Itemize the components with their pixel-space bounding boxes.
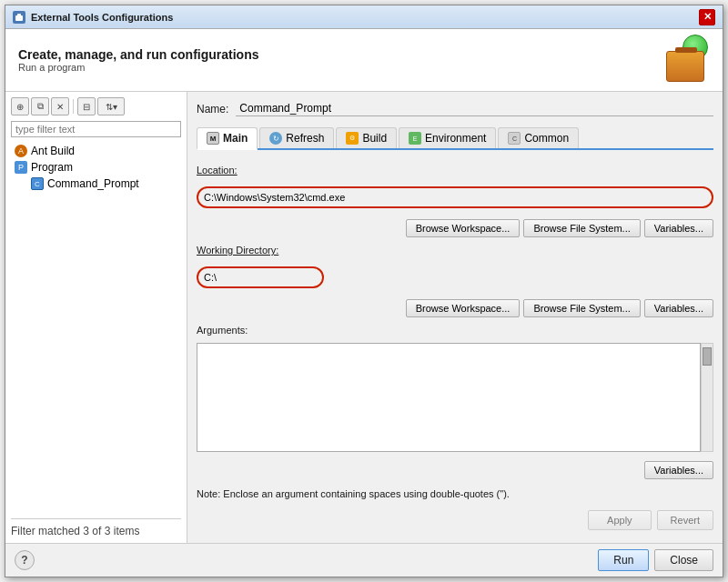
location-browse-workspace-button[interactable]: Browse Workspace... bbox=[406, 219, 521, 237]
tab-main-label: Main bbox=[223, 132, 248, 145]
tab-build-label: Build bbox=[362, 132, 387, 145]
tab-environment[interactable]: E Environment bbox=[399, 127, 496, 148]
dialog-title: External Tools Configurations bbox=[31, 12, 173, 23]
header-icon-area bbox=[666, 38, 710, 82]
apply-button[interactable]: Apply bbox=[588, 510, 652, 530]
arguments-section: Arguments: Variables... Note: Enclose an… bbox=[197, 325, 713, 499]
sidebar: ⊕ ⧉ ✕ ⊟ ⇅▾ A Ant Build P Program C Comma… bbox=[5, 92, 187, 543]
content-area: ⊕ ⧉ ✕ ⊟ ⇅▾ A Ant Build P Program C Comma… bbox=[5, 92, 723, 543]
ant-icon: A bbox=[15, 145, 27, 157]
svg-rect-1 bbox=[17, 14, 21, 16]
tab-common-label: Common bbox=[524, 132, 569, 145]
tab-build[interactable]: ⚙ Build bbox=[336, 127, 397, 148]
arguments-area bbox=[197, 343, 713, 452]
location-section: Location: Browse Workspace... Browse Fil… bbox=[197, 165, 713, 237]
program-icon: P bbox=[15, 161, 27, 174]
header-section: Create, manage, and run configurations R… bbox=[5, 29, 723, 92]
name-label: Name: bbox=[197, 103, 228, 115]
dialog-footer: ? Run Close bbox=[5, 543, 723, 577]
cmd-icon: C bbox=[31, 177, 44, 190]
tab-refresh[interactable]: ↻ Refresh bbox=[259, 127, 334, 148]
tab-refresh-label: Refresh bbox=[286, 132, 324, 145]
arguments-label: Arguments: bbox=[197, 325, 713, 336]
sidebar-item-ant-build[interactable]: A Ant Build bbox=[11, 143, 181, 159]
build-tab-icon: ⚙ bbox=[346, 132, 359, 145]
delete-config-button[interactable]: ✕ bbox=[51, 97, 69, 115]
main-panel: Name: Command_Prompt M Main ↻ Refresh ⚙ … bbox=[187, 92, 723, 543]
sidebar-item-program[interactable]: P Program bbox=[11, 159, 181, 176]
filter-input[interactable] bbox=[11, 121, 181, 137]
location-field-container bbox=[197, 186, 713, 208]
location-btn-group: Browse Workspace... Browse File System..… bbox=[197, 219, 713, 237]
collapse-button[interactable]: ⊟ bbox=[77, 97, 96, 115]
location-variables-button[interactable]: Variables... bbox=[644, 219, 713, 237]
copy-config-button[interactable]: ⧉ bbox=[31, 97, 49, 115]
working-dir-label: Working Directory: bbox=[197, 245, 713, 256]
arguments-input[interactable] bbox=[197, 343, 701, 452]
workdir-variables-button[interactable]: Variables... bbox=[644, 299, 713, 317]
apply-revert-row: Apply Revert bbox=[197, 507, 713, 534]
filter-status: Filter matched 3 of 3 items bbox=[11, 525, 139, 537]
note-text: Note: Enclose an argument containing spa… bbox=[197, 488, 713, 499]
sort-button[interactable]: ⇅▾ bbox=[97, 97, 125, 115]
revert-button[interactable]: Revert bbox=[657, 510, 713, 530]
toolbox-icon bbox=[666, 51, 704, 82]
name-row: Name: Command_Prompt bbox=[197, 101, 713, 116]
location-label: Location: bbox=[197, 165, 713, 176]
toolbar-separator bbox=[73, 99, 74, 114]
sidebar-item-label: Ant Build bbox=[31, 145, 75, 157]
sidebar-item-label: Command_Prompt bbox=[47, 177, 139, 190]
name-value: Command_Prompt bbox=[236, 101, 713, 116]
scrollbar-thumb[interactable] bbox=[703, 347, 712, 366]
header-title: Create, manage, and run configurations bbox=[18, 47, 259, 62]
location-oval bbox=[197, 186, 713, 208]
tab-main[interactable]: M Main bbox=[197, 127, 258, 150]
workdir-browse-filesystem-button[interactable]: Browse File System... bbox=[523, 299, 640, 317]
sidebar-item-command-prompt[interactable]: C Command_Prompt bbox=[27, 176, 181, 192]
run-button[interactable]: Run bbox=[598, 549, 649, 571]
sidebar-toolbar: ⊕ ⧉ ✕ ⊟ ⇅▾ bbox=[11, 97, 181, 115]
working-dir-field-container bbox=[197, 266, 713, 288]
scrollbar[interactable] bbox=[701, 343, 713, 452]
working-dir-oval bbox=[197, 266, 324, 288]
run-close-buttons: Run Close bbox=[598, 549, 713, 571]
workdir-browse-workspace-button[interactable]: Browse Workspace... bbox=[406, 299, 521, 317]
env-tab-icon: E bbox=[409, 132, 421, 145]
working-dir-btn-group: Browse Workspace... Browse File System..… bbox=[197, 299, 713, 317]
arguments-variables-button[interactable]: Variables... bbox=[644, 461, 713, 479]
tab-environment-label: Environment bbox=[425, 132, 486, 145]
new-config-button[interactable]: ⊕ bbox=[11, 97, 29, 115]
close-icon[interactable]: ✕ bbox=[699, 9, 715, 25]
title-bar: External Tools Configurations ✕ bbox=[5, 5, 723, 29]
sidebar-item-label: Program bbox=[31, 161, 73, 174]
header-subtitle: Run a program bbox=[18, 62, 259, 73]
tab-common[interactable]: C Common bbox=[498, 127, 579, 148]
common-tab-icon: C bbox=[508, 132, 521, 145]
tabs-bar: M Main ↻ Refresh ⚙ Build E Environment C bbox=[197, 127, 713, 150]
help-button[interactable]: ? bbox=[15, 550, 35, 570]
main-tab-icon: M bbox=[207, 132, 219, 145]
close-button[interactable]: Close bbox=[654, 549, 713, 571]
external-tools-dialog: External Tools Configurations ✕ Create, … bbox=[5, 5, 723, 577]
location-browse-filesystem-button[interactable]: Browse File System... bbox=[523, 219, 640, 237]
working-dir-input[interactable] bbox=[200, 270, 333, 285]
location-input[interactable] bbox=[200, 190, 710, 205]
refresh-tab-icon: ↻ bbox=[269, 132, 282, 145]
dialog-icon bbox=[13, 11, 25, 24]
sidebar-footer: Filter matched 3 of 3 items bbox=[11, 518, 181, 537]
working-dir-section: Working Directory: Browse Workspace... B… bbox=[197, 245, 713, 317]
